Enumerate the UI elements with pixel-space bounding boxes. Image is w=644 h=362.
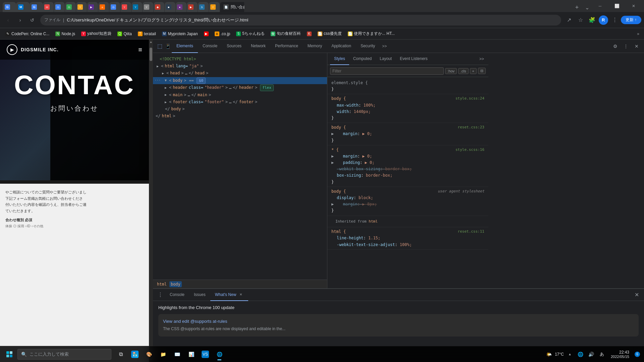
bookmark-shun[interactable]: 食 旬の食材百科 [268,29,304,38]
profile-button[interactable]: R [598,15,609,25]
tray-icon-weather[interactable]: 🌤️ [544,348,553,361]
tray-icon-up[interactable]: ▲ [565,348,575,361]
update-button[interactable]: 更新 ↑ [621,16,641,24]
css-source-html[interactable]: reset.css:11 [458,229,484,235]
notification-badge[interactable]: 6 [635,352,640,357]
tab-m10[interactable]: Y [143,2,153,12]
tree-head-toggle[interactable]: ▶ [161,71,165,75]
devtools-tab-memory[interactable]: Memory [303,40,327,53]
address-bar[interactable]: ファイル | C:/Users/rikup/OneDrive/ドキュメント/プロ… [40,15,561,25]
tree-body-expand[interactable]: ▼ [164,78,168,82]
bottom-tab-console[interactable]: Console [165,289,189,301]
bookmark-k[interactable]: K [304,30,314,38]
tab-3[interactable]: G [30,2,43,12]
bookmark-amazon[interactable]: a .co.jp [212,30,233,38]
tab-m16[interactable]: Y [209,2,220,12]
taskbar-app-store[interactable]: 🏪 [128,348,142,361]
tab-2[interactable]: M [16,2,30,12]
bookmark-youtube[interactable]: ▶ [201,30,211,38]
bookmark-5ch[interactable]: 5 5ちゃんねる [233,29,267,38]
tab-m15[interactable]: S [198,2,209,12]
devtools-tab-console[interactable]: Console [198,40,222,53]
devtools-inspect-button[interactable]: ⬚ [156,42,164,50]
tab-m9[interactable]: Y [131,2,142,12]
devtools-close-button[interactable]: ✕ [632,42,641,51]
devtools-settings-button[interactable]: ⚙ [610,42,620,51]
tree-html-toggle[interactable]: ▶ [156,64,160,68]
bookmark-qiita[interactable]: Q Qiita [115,30,135,38]
scroll-up-button[interactable]: ▲ [149,40,153,44]
forward-button[interactable]: › [15,15,25,25]
bookmark-teratail[interactable]: T teratail [135,30,159,38]
tray-icon-lang[interactable]: あ [597,348,607,361]
minimize-button[interactable]: ─ [592,0,608,12]
tab-m8[interactable]: Y [120,2,131,12]
css-expander-margin-star[interactable]: ▶ [331,154,334,159]
tab-m11[interactable]: ◆ [154,2,164,12]
taskbar-app-explorer[interactable]: 📁 [156,348,170,361]
inherited-tag-html[interactable]: html [369,219,378,224]
tab-m4[interactable]: Y [76,2,87,12]
bottom-tab-whats-new-close[interactable]: ✕ [238,292,244,297]
close-button[interactable]: ✕ [626,0,641,12]
bookmarks-more-button[interactable]: » [635,30,641,38]
tree-body[interactable]: ··· ▼ <body> == $0 [153,77,327,84]
css-source-body-2[interactable]: reset.css:23 [458,124,484,130]
devtools-more-button[interactable]: ⋮ [621,42,631,51]
whats-new-card-1-title[interactable]: View and edit @supports at-rules [163,319,634,324]
bookmark-nodejs[interactable]: N Node.js [53,30,78,38]
tree-footer-toggle[interactable]: ▶ [164,100,168,104]
tab-1[interactable]: G [3,2,16,12]
bookmark-ht[interactable]: 📄 使用できますか... HT... [345,29,397,38]
tab-m13[interactable]: ● [176,2,186,12]
breadcrumb-html[interactable]: html [156,281,168,287]
devtools-tabs-more[interactable]: >> [380,40,389,53]
css-expander-margin-body[interactable]: ▶ [331,131,334,136]
css-expander-padding-star[interactable]: ▶ [331,160,334,165]
bookmark-codepen[interactable]: ✎ CodePen: Online C... [3,30,52,38]
tab-m12[interactable]: ■ [165,2,175,12]
tab-active[interactable]: 📄 問い合わせページ ✕ [220,2,244,12]
tab-m14[interactable]: ▶ [187,2,198,12]
new-tab-button[interactable]: + [572,3,582,12]
back-button[interactable]: ‹ [3,15,13,25]
more-button[interactable]: ⋮ [609,15,620,25]
tray-clock[interactable]: 22:43 2022/05/15 [608,350,632,359]
tab-m5[interactable]: ▶ [87,2,98,12]
taskbar-search-box[interactable]: 🔍 ここに入力して検索 [17,349,111,360]
devtools-tab-security[interactable]: Security [356,40,380,53]
taskbar-app-mail[interactable]: ✉️ [170,348,184,361]
style-subtab-layout[interactable]: Layout [376,53,396,65]
tab-m2[interactable]: G [54,2,65,12]
css-source-star[interactable]: style.scss:16 [455,147,484,153]
tray-icon-volume[interactable]: 🔊 [587,348,596,361]
bottom-panel-close[interactable]: ✕ [632,289,641,301]
bookmark-yahoo[interactable]: Y yahoo!知恵袋 [78,29,114,38]
style-subtab-computed[interactable]: Computed [349,53,376,65]
taskbar-app-task-view[interactable]: ⧉ [114,348,127,361]
bookmark-css[interactable]: 📄 css優先度 [315,29,344,38]
bottom-panel-menu[interactable]: ⋮ [156,289,165,301]
devtools-device-button[interactable]: 📱 [164,42,172,50]
bookmark-myprotein[interactable]: M Myprotein Japan [159,30,201,38]
tray-icon-network[interactable]: 🌐 [576,348,585,361]
tab-overflow-button[interactable]: ⌄ [582,3,592,12]
filter-input[interactable] [330,67,444,75]
restore-button[interactable]: ⬜ [609,0,625,12]
refresh-button[interactable]: ↺ [27,15,38,25]
scroll-thumb[interactable] [150,48,152,61]
devtools-tab-sources[interactable]: Sources [222,40,246,53]
breadcrumb-body[interactable]: body [169,281,182,287]
tab-m6[interactable]: a [98,2,109,12]
tree-body-toggle[interactable]: ··· [156,78,160,82]
filter-cls-button[interactable]: .cls [458,68,469,74]
devtools-tab-elements[interactable]: Elements [172,40,198,53]
tree-header-toggle[interactable]: ▶ [164,86,168,90]
bottom-tab-whats-new[interactable]: What's New ✕ [210,289,249,301]
css-source-body-1[interactable]: style.scss:24 [455,96,484,102]
taskbar-app-chrome[interactable]: 🌐 [213,348,226,361]
share-button[interactable]: ↗ [564,15,575,25]
tab-m7[interactable]: G [109,2,120,12]
devtools-tab-performance[interactable]: Performance [270,40,303,53]
style-subtab-event-listeners[interactable]: Event Listeners [396,53,432,65]
